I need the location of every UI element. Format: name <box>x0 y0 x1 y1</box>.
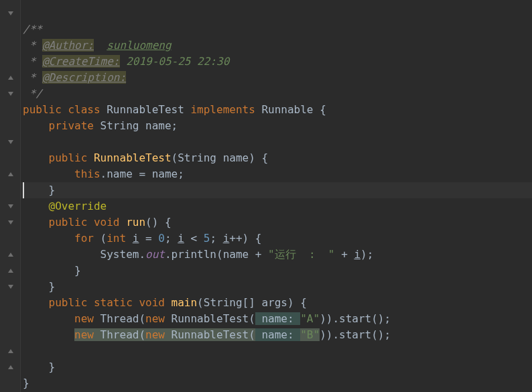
call-tail: )).start(); <box>320 328 391 341</box>
brace-close: } <box>23 184 55 196</box>
semi: ; <box>210 232 222 245</box>
keyword: implements <box>190 103 261 116</box>
field-out: out <box>145 248 165 261</box>
keyword-this: this <box>74 168 101 180</box>
indent <box>23 296 49 309</box>
paren: ( <box>101 232 107 245</box>
doc-text <box>120 55 127 68</box>
keyword: class <box>68 103 107 116</box>
string-literal: "B" <box>300 328 320 341</box>
doc-author-value: sunluomeng <box>107 39 171 52</box>
fold-marker-icon[interactable] <box>7 347 15 355</box>
code-editor[interactable]: /** * @Author: sunluomeng * @CreateTime:… <box>0 0 532 392</box>
params: (String name) { <box>172 151 269 164</box>
fold-marker-icon[interactable] <box>7 90 15 98</box>
var-i: i <box>133 232 139 245</box>
doc-tag-author: @Author: <box>42 39 94 52</box>
var-i: i <box>178 232 184 245</box>
doc-comment-star: * <box>23 71 42 84</box>
brace-close: } <box>23 264 81 277</box>
string-literal: "运行 : " <box>268 248 334 261</box>
ctor-call: RunnableTest( <box>172 328 255 341</box>
method-main: main <box>172 296 198 309</box>
keyword: public <box>49 216 94 228</box>
keyword: public <box>49 296 94 309</box>
string-literal: "A" <box>300 312 320 325</box>
op: + <box>335 248 354 261</box>
doc-createtime-value: 2019-05-25 22:30 <box>126 55 229 68</box>
fold-marker-icon[interactable] <box>7 251 15 259</box>
fold-marker-icon[interactable] <box>7 218 15 226</box>
fold-marker-icon[interactable] <box>7 138 15 146</box>
ctor-call: RunnableTest( <box>172 312 255 325</box>
fold-marker-icon[interactable] <box>7 283 15 291</box>
interface-name: Runnable { <box>261 103 326 116</box>
keyword: void <box>94 216 126 228</box>
keyword-new: new <box>145 328 172 341</box>
fold-marker-icon[interactable] <box>7 170 15 178</box>
field-decl: String name; <box>101 119 178 132</box>
doc-text <box>94 39 107 52</box>
doc-tag-createtime: @CreateTime: <box>42 55 120 68</box>
fold-marker-icon[interactable] <box>7 202 15 210</box>
fold-marker-icon[interactable] <box>7 9 15 17</box>
var-i: i <box>223 232 230 245</box>
assign: .name = name; <box>101 168 184 180</box>
keyword: private <box>49 119 101 132</box>
op: = <box>139 232 158 245</box>
doc-comment-star: * <box>23 39 42 52</box>
indent <box>23 216 49 228</box>
semi: ; <box>165 232 178 245</box>
doc-tag-description: @Description: <box>42 71 126 84</box>
doc-comment-star: * <box>23 55 42 68</box>
brace-close: } <box>23 280 55 293</box>
fold-marker-icon[interactable] <box>7 363 15 371</box>
keyword-int: int <box>107 232 133 245</box>
call: .println(name + <box>165 248 268 261</box>
gutter <box>0 0 21 392</box>
annotation-override: @Override <box>49 200 107 212</box>
param-hint: name: <box>255 328 300 341</box>
doc-comment-open: /** <box>23 23 42 36</box>
keyword-new: new <box>74 328 101 341</box>
indent <box>23 119 49 132</box>
code-area[interactable]: /** * @Author: sunluomeng * @CreateTime:… <box>23 5 532 392</box>
semi: ); <box>360 248 373 261</box>
number: 5 <box>204 232 210 245</box>
indent <box>23 168 74 180</box>
indent: System. <box>23 248 145 261</box>
number: 0 <box>158 232 165 245</box>
indent <box>23 328 74 341</box>
fold-marker-icon[interactable] <box>7 74 15 82</box>
method-name: run <box>126 216 145 228</box>
constructor-name: RunnableTest <box>94 151 172 164</box>
call: Thread( <box>101 312 145 325</box>
keyword: static <box>94 296 139 309</box>
keyword-new: new <box>145 312 172 325</box>
indent <box>23 200 49 212</box>
class-name: RunnableTest <box>107 103 190 116</box>
keyword: public <box>23 103 68 116</box>
indent <box>23 151 49 164</box>
keyword: public <box>49 151 94 164</box>
op: < <box>184 232 204 245</box>
indent <box>23 312 74 325</box>
brace-close: } <box>23 361 55 373</box>
fold-marker-icon[interactable] <box>7 267 15 275</box>
caret <box>23 182 24 198</box>
params: () { <box>145 216 172 228</box>
param-hint: name: <box>255 312 300 325</box>
op-brace: ++) { <box>229 232 261 245</box>
var-i: i <box>354 248 360 261</box>
keyword-new: new <box>74 312 101 325</box>
indent <box>23 232 74 245</box>
keyword-for: for <box>74 232 101 245</box>
keyword: void <box>139 296 171 309</box>
params: (String[] args) { <box>197 296 307 309</box>
doc-comment-close: */ <box>23 87 42 100</box>
brace-close-class: } <box>23 377 29 389</box>
call-tail: )).start(); <box>320 312 391 325</box>
call: Thread( <box>101 328 145 341</box>
